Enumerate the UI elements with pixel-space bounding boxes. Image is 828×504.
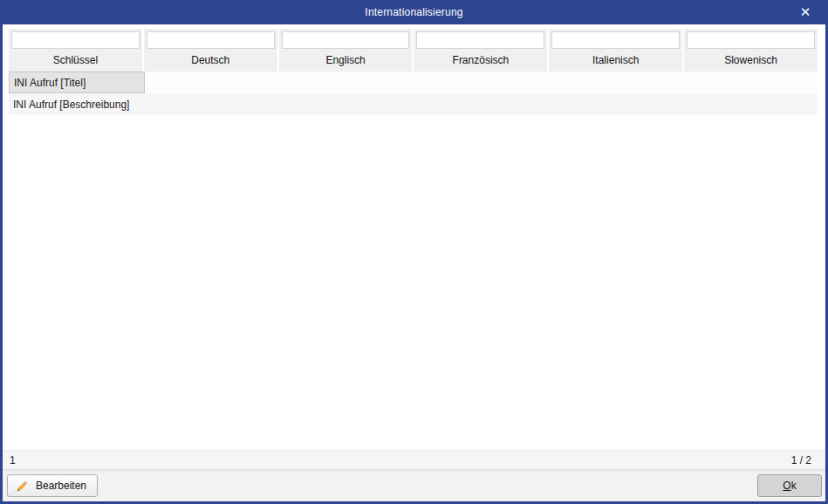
column-header-slowenisch[interactable]: Slowenisch	[687, 49, 815, 72]
status-page-indicator: 1 / 2	[791, 454, 811, 467]
column-deutsch: Deutsch	[144, 29, 277, 72]
status-row-count: 1	[10, 454, 16, 467]
table-row[interactable]: INI Aufruf [Titel]	[9, 72, 818, 93]
column-schluessel: Schlüssel	[9, 29, 142, 72]
ok-button-label-rest: k	[791, 480, 797, 492]
footer-bar: Bearbeiten Ok	[3, 469, 825, 501]
column-franzoesisch: Französisch	[414, 29, 547, 72]
cell-schluessel-selected[interactable]: INI Aufruf [Titel]	[9, 72, 145, 93]
filter-input-franzoesisch[interactable]	[416, 31, 544, 49]
filter-input-deutsch[interactable]	[147, 31, 275, 49]
close-icon[interactable]: ✕	[790, 0, 820, 24]
title-bar[interactable]: Internationalisierung ✕	[3, 0, 825, 24]
filter-input-italienisch[interactable]	[551, 31, 680, 49]
column-header-franzoesisch[interactable]: Französisch	[416, 49, 544, 72]
filter-input-schluessel[interactable]	[11, 31, 140, 49]
column-header-deutsch[interactable]: Deutsch	[147, 49, 275, 72]
table-row[interactable]: INI Aufruf [Beschreibung]	[9, 93, 818, 115]
edit-button-label: Bearbeiten	[36, 480, 86, 492]
grid-header: Schlüssel Deutsch Englisch Französisch I…	[9, 29, 818, 72]
column-englisch: Englisch	[279, 29, 413, 72]
column-header-italienisch[interactable]: Italienisch	[551, 49, 680, 72]
column-italienisch: Italienisch	[549, 29, 682, 72]
ok-button-accel: O	[783, 480, 790, 492]
window-title: Internationalisierung	[365, 6, 462, 18]
filter-input-slowenisch[interactable]	[687, 31, 815, 49]
pencil-icon	[16, 479, 30, 493]
edit-button[interactable]: Bearbeiten	[7, 474, 98, 497]
column-slowenisch: Slowenisch	[684, 29, 818, 72]
filter-input-englisch[interactable]	[282, 31, 410, 49]
translation-grid: Schlüssel Deutsch Englisch Französisch I…	[3, 24, 825, 450]
cell-translations-empty[interactable]	[145, 72, 818, 93]
dialog-window: Internationalisierung ✕ Schlüssel Deutsc…	[0, 0, 828, 504]
column-header-schluessel[interactable]: Schlüssel	[11, 49, 140, 72]
ok-button[interactable]: Ok	[757, 474, 822, 497]
cell-schluessel[interactable]: INI Aufruf [Beschreibung]	[9, 93, 145, 115]
status-bar: 1 1 / 2	[3, 450, 825, 469]
cell-translations-empty[interactable]	[145, 93, 818, 115]
dialog-body: Schlüssel Deutsch Englisch Französisch I…	[3, 24, 825, 501]
column-header-englisch[interactable]: Englisch	[282, 49, 410, 72]
